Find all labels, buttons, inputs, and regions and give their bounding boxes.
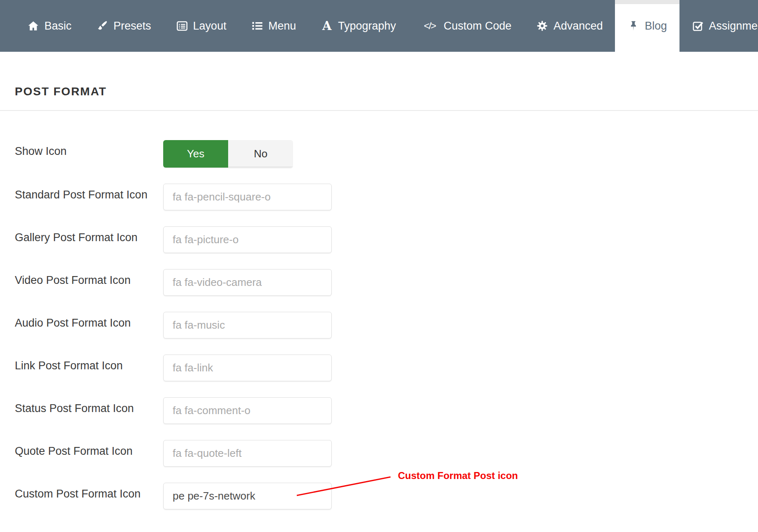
custom-post-format-row: Custom Post Format Icon: [15, 483, 743, 509]
show-icon-no-button[interactable]: No: [228, 140, 293, 168]
field-label: Link Post Format Icon: [15, 355, 163, 372]
quote-post-format-row: Quote Post Format Icon: [15, 440, 743, 467]
field-label: Standard Post Format Icon: [15, 184, 163, 201]
tab-menu[interactable]: Menu: [239, 0, 309, 52]
code-icon: </>: [421, 20, 439, 32]
check-square-icon: [692, 20, 704, 32]
custom-post-format-icon-input[interactable]: [163, 483, 332, 509]
tab-basic[interactable]: Basic: [15, 0, 84, 52]
audio-post-format-row: Audio Post Format Icon: [15, 312, 743, 339]
audio-post-format-icon-input[interactable]: [163, 312, 332, 339]
show-icon-toggle: Yes No: [163, 140, 293, 168]
template-options-screen: Basic Presets Layout: [0, 0, 758, 532]
settings-tab-bar: Basic Presets Layout: [0, 0, 758, 52]
status-post-format-row: Status Post Format Icon: [15, 397, 743, 424]
field-label: Quote Post Format Icon: [15, 440, 163, 458]
paint-brush-icon: [96, 20, 109, 32]
tab-label: Assignment: [709, 20, 758, 32]
post-format-settings: Show Icon Yes No Standard Post Format Ic…: [0, 111, 758, 509]
field-label: Custom Post Format Icon: [15, 483, 163, 500]
gallery-post-format-icon-input[interactable]: [163, 226, 332, 253]
video-post-format-icon-input[interactable]: [163, 269, 332, 296]
section-header: POST FORMAT: [0, 52, 758, 111]
font-a-icon: A: [321, 20, 333, 32]
field-label: Gallery Post Format Icon: [15, 226, 163, 244]
tab-blog[interactable]: Blog: [615, 0, 679, 52]
link-post-format-row: Link Post Format Icon: [15, 355, 743, 381]
tab-label: Typography: [338, 20, 396, 32]
layout-list-icon: [176, 20, 188, 32]
menu-list-icon: [251, 20, 263, 32]
tab-advanced[interactable]: Advanced: [524, 0, 615, 52]
page-title: POST FORMAT: [15, 85, 743, 99]
tab-custom-code[interactable]: </> Custom Code: [408, 0, 524, 52]
tab-label: Advanced: [553, 20, 603, 32]
home-icon: [27, 20, 39, 32]
tab-presets[interactable]: Presets: [84, 0, 164, 52]
pin-icon: [627, 20, 640, 32]
show-icon-row: Show Icon Yes No: [15, 140, 743, 168]
standard-post-format-row: Standard Post Format Icon: [15, 184, 743, 210]
tab-label: Basic: [44, 20, 72, 32]
link-post-format-icon-input[interactable]: [163, 355, 332, 381]
tab-layout[interactable]: Layout: [164, 0, 239, 52]
tab-typography[interactable]: A Typography: [308, 0, 408, 52]
quote-post-format-icon-input[interactable]: [163, 440, 332, 467]
tab-assignment[interactable]: Assignment: [679, 0, 758, 52]
tab-label: Layout: [193, 20, 226, 32]
standard-post-format-icon-input[interactable]: [163, 184, 332, 210]
show-icon-yes-button[interactable]: Yes: [163, 140, 228, 168]
tab-label: Presets: [113, 20, 151, 32]
field-label: Status Post Format Icon: [15, 397, 163, 415]
field-label: Show Icon: [15, 140, 163, 158]
tab-label: Blog: [645, 20, 667, 32]
field-label: Audio Post Format Icon: [15, 312, 163, 329]
video-post-format-row: Video Post Format Icon: [15, 269, 743, 296]
gear-icon: [536, 20, 548, 32]
tab-label: Menu: [268, 20, 296, 32]
gallery-post-format-row: Gallery Post Format Icon: [15, 226, 743, 253]
status-post-format-icon-input[interactable]: [163, 397, 332, 424]
annotation-label: Custom Format Post icon: [398, 470, 518, 481]
field-label: Video Post Format Icon: [15, 269, 163, 287]
tab-label: Custom Code: [444, 20, 511, 32]
